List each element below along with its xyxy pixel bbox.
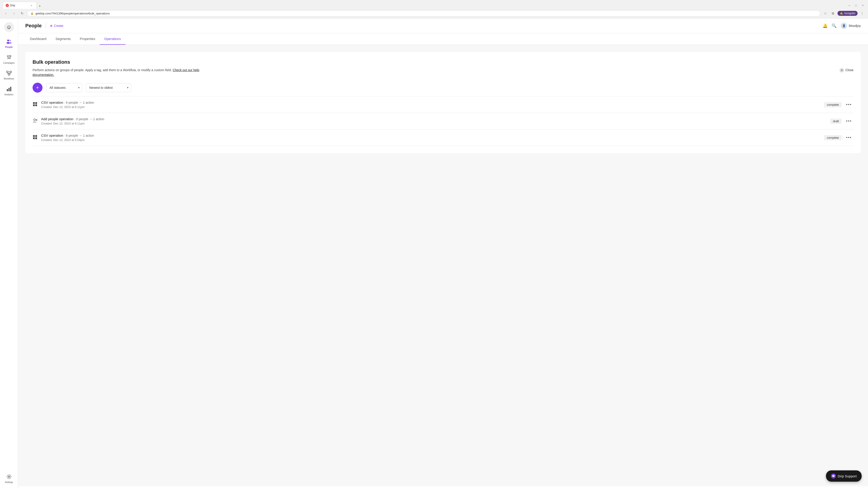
sidebar-item-people[interactable]: People xyxy=(1,36,17,51)
svg-rect-22 xyxy=(35,135,37,137)
user-menu[interactable]: 👤 Moodjoy xyxy=(841,23,861,29)
url-text: getdrip.com/7641396/people/operations#bu… xyxy=(35,12,110,15)
close-label: Close xyxy=(845,68,854,72)
tab-close-btn[interactable]: × xyxy=(30,4,33,7)
svg-point-2 xyxy=(6,42,10,44)
tab-segments[interactable]: Segments xyxy=(51,33,75,45)
svg-point-3 xyxy=(9,42,11,44)
bulk-operations-title: Bulk operations xyxy=(33,59,854,65)
add-operation-button[interactable]: + xyxy=(33,83,42,93)
operation-1-status: complete ••• xyxy=(824,101,854,108)
create-button[interactable]: ⊕ Create xyxy=(50,24,63,28)
svg-rect-14 xyxy=(33,102,35,104)
browser-menu-icon[interactable]: ⋮ xyxy=(859,10,865,17)
table-row: Add people operation · 0 people → 1 acti… xyxy=(33,113,854,129)
search-icon[interactable]: 🔍 xyxy=(832,23,837,28)
svg-rect-15 xyxy=(35,102,37,104)
bulk-description-text: Perform actions on groups of people. App… xyxy=(33,68,209,77)
sidebar-item-workflows[interactable]: Workflows xyxy=(1,67,17,82)
header-right: 🔔 🔍 👤 Moodjoy xyxy=(823,23,861,29)
operation-3-name: CSV operation · 6 people → 1 action xyxy=(41,133,820,137)
bulk-description: Perform actions on groups of people. App… xyxy=(33,68,854,77)
sidebar-item-campaigns[interactable]: Campaigns xyxy=(1,52,17,66)
lock-icon: 🔒 xyxy=(31,12,34,15)
user-name: Moodjoy xyxy=(849,24,861,28)
operations-list: CSV operation · 6 people → 1 action Crea… xyxy=(33,96,854,146)
svg-point-18 xyxy=(34,119,35,121)
create-plus-icon: ⊕ xyxy=(50,24,53,28)
support-icon: 💬 xyxy=(831,474,836,479)
minimize-button[interactable]: ─ xyxy=(847,3,852,8)
sidebar-item-analytics[interactable]: Analytics xyxy=(1,83,17,98)
incognito-label: Incognito xyxy=(844,12,855,15)
svg-rect-7 xyxy=(6,71,8,72)
close-window-button[interactable]: × xyxy=(860,3,865,8)
browser-chrome: ● Drip × + ─ □ × ‹ › ↻ 🔒 getdrip.com/764… xyxy=(0,0,868,19)
operation-1-created: Created: Dec 12, 2023 at 6:11pm xyxy=(41,105,820,109)
forward-button[interactable]: › xyxy=(11,10,17,17)
maximize-button[interactable]: □ xyxy=(854,3,859,8)
sort-filter[interactable]: Newest to oldest Oldest to newest xyxy=(86,83,131,92)
svg-rect-12 xyxy=(10,87,11,91)
status-filter-wrapper: All statuses Complete Draft Running ▾ xyxy=(46,83,82,92)
notifications-icon[interactable]: 🔔 xyxy=(823,23,828,28)
window-controls: ─ □ × xyxy=(847,3,865,8)
star-icon[interactable]: ☆ xyxy=(822,10,829,17)
tab-operations[interactable]: Operations xyxy=(100,33,125,45)
sidebar-settings-label: Settings xyxy=(5,481,13,484)
back-button[interactable]: ‹ xyxy=(3,10,9,17)
address-bar[interactable]: 🔒 getdrip.com/7641396/people/operations#… xyxy=(27,10,820,17)
svg-rect-21 xyxy=(33,135,35,137)
table-row: CSV operation · 6 people → 1 action Crea… xyxy=(33,129,854,146)
operation-3-status: complete ••• xyxy=(824,134,854,141)
tab-dashboard[interactable]: Dashboard xyxy=(25,33,51,45)
page-header: People ⊕ Create 🔔 🔍 👤 Moodjoy xyxy=(18,19,868,33)
operation-2-detail: · 0 people → 1 action xyxy=(74,117,104,121)
tab-properties[interactable]: Properties xyxy=(75,33,100,45)
operations-toolbar: + All statuses Complete Draft Running ▾ xyxy=(33,77,854,96)
close-icon: ⊘ xyxy=(839,68,844,72)
create-label: Create xyxy=(54,24,63,28)
drip-support-button[interactable]: 💬 Drip Support xyxy=(826,470,862,482)
sidebar-workflows-label: Workflows xyxy=(4,77,14,80)
status-badge: complete xyxy=(824,102,842,107)
sidebar-analytics-label: Analytics xyxy=(4,93,13,96)
tab-favicon: ● xyxy=(6,4,9,7)
svg-point-0 xyxy=(7,39,9,41)
operation-3-detail: · 6 people → 1 action xyxy=(64,134,94,137)
svg-point-6 xyxy=(7,56,8,57)
sidebar-campaigns-label: Campaigns xyxy=(3,62,15,64)
svg-rect-10 xyxy=(7,89,8,91)
operation-1-name: CSV operation · 6 people → 1 action xyxy=(41,101,820,104)
csv-operation-icon xyxy=(33,102,37,108)
status-badge: draft xyxy=(830,119,842,124)
toolbar-right: ☆ ⧉ 🕵 Incognito ⋮ xyxy=(822,10,865,17)
page-title: People xyxy=(25,23,41,29)
status-filter[interactable]: All statuses Complete Draft Running xyxy=(46,83,82,92)
svg-rect-23 xyxy=(33,137,35,139)
sidebar: ☺ People Campa xyxy=(0,19,18,488)
app-logo[interactable]: ☺ xyxy=(4,22,14,32)
add-icon: + xyxy=(36,85,39,91)
operation-1-info: CSV operation · 6 people → 1 action Crea… xyxy=(41,101,820,109)
people-icon xyxy=(5,38,13,45)
main-content: People ⊕ Create 🔔 🔍 👤 Moodjoy Dashboard … xyxy=(18,19,868,488)
operation-2-name: Add people operation · 0 people → 1 acti… xyxy=(41,117,827,121)
active-tab[interactable]: ● Drip × xyxy=(3,2,37,9)
table-row: CSV operation · 6 people → 1 action Crea… xyxy=(33,96,854,113)
sidebar-item-settings[interactable]: Settings xyxy=(1,471,17,486)
new-tab-button[interactable]: + xyxy=(37,3,42,9)
extensions-icon[interactable]: ⧉ xyxy=(830,10,836,17)
close-button[interactable]: ⊘ Close xyxy=(839,68,854,72)
svg-point-13 xyxy=(8,476,10,477)
operation-1-menu-button[interactable]: ••• xyxy=(844,101,854,108)
status-badge: complete xyxy=(824,135,842,140)
sidebar-people-label: People xyxy=(5,46,13,48)
tabs-bar: Dashboard Segments Properties Operations xyxy=(18,33,868,45)
campaigns-icon xyxy=(5,54,13,61)
refresh-button[interactable]: ↻ xyxy=(19,10,25,17)
operation-2-menu-button[interactable]: ••• xyxy=(844,118,854,125)
incognito-button[interactable]: 🕵 Incognito xyxy=(837,11,858,16)
operation-3-created: Created: Dec 12, 2023 at 5:54pm xyxy=(41,138,820,142)
operation-3-menu-button[interactable]: ••• xyxy=(844,134,854,141)
